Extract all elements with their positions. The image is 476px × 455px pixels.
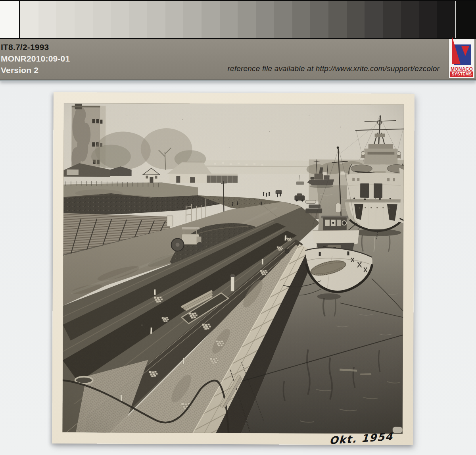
- grayscale-patch: [220, 1, 238, 38]
- strip-bottom-edge: [0, 79, 476, 81]
- grayscale-patch: [310, 1, 328, 38]
- grayscale-patch: [75, 1, 93, 38]
- grayscale-patch: [365, 1, 383, 38]
- grayscale-bar: [0, 0, 476, 39]
- calibration-strip: IT8.7/2-1993 MONR2010:09-01 Version 2 re…: [0, 0, 476, 81]
- grayscale-patch: [93, 1, 111, 38]
- monaco-logo-systems: SYSTEMS: [450, 71, 473, 77]
- monaco-logo: MONACO SYSTEMS: [449, 39, 474, 78]
- grayscale-patch: [56, 1, 75, 38]
- grayscale-patch: [202, 1, 220, 38]
- target-type-label: IT8.7/2-1993: [1, 43, 49, 51]
- grayscale-end-patch: [456, 1, 476, 38]
- grayscale-white-patch: [0, 1, 19, 38]
- grayscale-patch: [165, 1, 184, 38]
- grayscale-patch: [437, 1, 455, 38]
- grayscale-patch: [419, 1, 437, 38]
- grayscale-patch: [383, 1, 401, 38]
- reference-url-label: reference file available at http://www.x…: [228, 64, 440, 73]
- grayscale-patch: [401, 1, 419, 38]
- monaco-logo-spike: [452, 36, 461, 64]
- grayscale-patch: [238, 1, 256, 38]
- harbor-scene: [62, 103, 404, 434]
- grayscale-patch: [129, 1, 147, 38]
- vignette: [62, 103, 404, 434]
- grayscale-patch: [183, 1, 202, 38]
- grayscale-patch: [111, 1, 129, 38]
- photo-image: [62, 103, 404, 434]
- grayscale-patch: [20, 1, 38, 38]
- target-version-label: Version 2: [1, 66, 38, 74]
- grayscale-patch: [328, 1, 347, 38]
- grayscale-patch: [147, 1, 165, 38]
- target-batch-label: MONR2010:09-01: [1, 54, 70, 63]
- grayscale-patch: [292, 1, 311, 38]
- grayscale-patch: [38, 1, 57, 38]
- monaco-logo-v-icon: [461, 46, 469, 56]
- grayscale-patch: [347, 1, 365, 38]
- monaco-logo-wordmark: MONACO: [449, 66, 474, 72]
- grayscale-patch: [256, 1, 274, 38]
- grayscale-patch: [274, 1, 292, 38]
- strip-info-panel: IT8.7/2-1993 MONR2010:09-01 Version 2 re…: [0, 39, 476, 79]
- photo-paper: Okt. 1954: [52, 92, 415, 445]
